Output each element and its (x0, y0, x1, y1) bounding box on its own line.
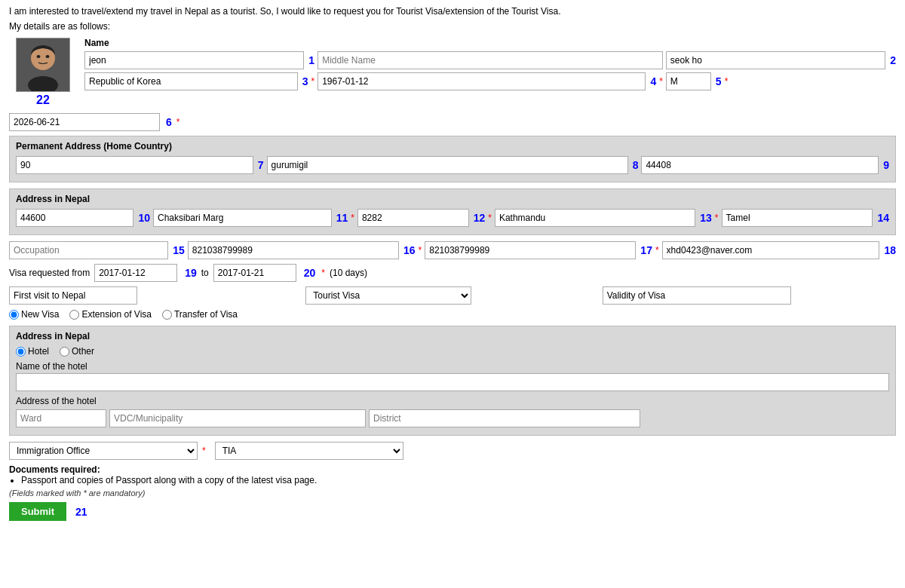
field-number-15: 15 (173, 244, 185, 256)
nationality-required: * (311, 76, 314, 87)
transfer-visa-radio[interactable] (162, 310, 172, 320)
middle-name-input[interactable] (318, 51, 663, 69)
field-number-10: 10 (138, 212, 150, 224)
expiry-required: * (176, 117, 180, 127)
other-label: Other (72, 346, 94, 357)
address-nepal2-title: Address in Nepal (16, 331, 889, 341)
extension-visa-radio-label[interactable]: Extension of Visa (69, 309, 152, 320)
first-name-input[interactable] (84, 51, 304, 69)
other-radio-label[interactable]: Other (60, 346, 94, 357)
field-number-18: 18 (884, 244, 896, 256)
hotel-address-label: Address of the hotel (16, 396, 889, 406)
photo-box (16, 38, 70, 92)
field-number-8: 8 (633, 159, 639, 171)
address-nepal-hotel-section: Address in Nepal Hotel Other Name of the… (9, 326, 896, 436)
hotel-name-input[interactable] (16, 373, 889, 391)
field-number-12: 12 (474, 212, 486, 224)
field-number-3: 3 (302, 75, 308, 87)
house-number-input[interactable] (16, 156, 253, 174)
photo-number: 22 (36, 93, 50, 107)
gender-input[interactable] (666, 72, 711, 90)
field-number-17: 17 (640, 244, 652, 256)
field-number-2: 2 (890, 54, 896, 66)
ward-input[interactable] (16, 409, 106, 427)
passport-expiry-input[interactable] (9, 113, 160, 131)
phone-required: * (419, 245, 422, 256)
new-visa-label: New Visa (21, 309, 59, 320)
svg-point-4 (46, 55, 50, 58)
nepal-city-input[interactable] (495, 209, 695, 227)
mobile-input[interactable] (425, 241, 636, 259)
hotel-radio-label[interactable]: Hotel (16, 346, 49, 357)
street-input[interactable] (267, 156, 628, 174)
tia-select[interactable]: TIA (215, 442, 403, 460)
field-number-4: 4 (650, 75, 656, 87)
immigration-office-select[interactable]: Immigration Office (9, 442, 198, 460)
vdc-input[interactable] (109, 409, 366, 427)
field-number-16: 16 (403, 244, 416, 256)
field-number-5: 5 (716, 75, 722, 87)
occupation-input[interactable] (9, 241, 168, 259)
permanent-address-section: Permanent Address (Home Country) 7 8 9 (9, 136, 896, 182)
district-input[interactable] (369, 409, 640, 427)
intro-line1: I am interested to travel/extend my trav… (9, 6, 896, 17)
hotel-label: Hotel (28, 346, 49, 357)
nepal-city-required: * (715, 213, 719, 223)
nepal-street-input[interactable] (153, 209, 332, 227)
first-visit-input[interactable] (9, 286, 137, 305)
name-label: Name (84, 38, 896, 48)
field-number-1: 1 (308, 54, 314, 66)
nepal-house-required: * (488, 213, 492, 223)
documents-title: Documents required: (9, 464, 896, 475)
hotel-name-label: Name of the hotel (16, 361, 889, 372)
nepal-house-input[interactable] (357, 209, 469, 227)
documents-section: Documents required: Passport and copies … (9, 464, 896, 485)
fields-note: (Fields marked with * are mandatory) (9, 488, 896, 498)
field-number-7: 7 (258, 159, 264, 171)
submit-button[interactable]: Submit (9, 502, 66, 521)
field-number-6: 6 (166, 116, 172, 128)
visa-to-required: * (321, 268, 325, 278)
transfer-visa-radio-label[interactable]: Transfer of Visa (162, 309, 238, 320)
field-number-9: 9 (883, 159, 889, 171)
mobile-required: * (655, 245, 659, 256)
phone-input[interactable] (188, 241, 399, 259)
postal-code-input[interactable] (641, 156, 879, 174)
field-number-13: 13 (700, 212, 712, 224)
nepal-postal-input[interactable] (16, 209, 133, 227)
visa-type-radio-row: New Visa Extension of Visa Transfer of V… (9, 309, 896, 320)
address-nepal-title: Address in Nepal (16, 194, 889, 204)
gender-required: * (725, 76, 729, 87)
visa-from-label: Visa requested from (9, 268, 90, 278)
field-number-20: 20 (304, 267, 316, 279)
field-number-19: 19 (185, 267, 197, 279)
hotel-radio[interactable] (16, 347, 26, 357)
field-number-11: 11 (336, 212, 348, 224)
permanent-address-title: Permanent Address (Home Country) (16, 141, 889, 152)
nepal-area-input[interactable] (722, 209, 873, 227)
svg-point-3 (37, 55, 41, 58)
new-visa-radio-label[interactable]: New Visa (9, 309, 59, 320)
visa-duration: (10 days) (330, 268, 367, 278)
nationality-input[interactable] (84, 72, 298, 90)
nepal-street-required: * (351, 213, 354, 223)
visa-type-select[interactable]: Tourist Visa (305, 286, 471, 305)
last-name-input[interactable] (666, 51, 885, 69)
visa-to-label: to (201, 268, 209, 278)
validity-input[interactable] (603, 286, 791, 305)
dob-required: * (659, 76, 663, 87)
my-details: My details are as follows: (9, 21, 896, 32)
field-number-21: 21 (75, 506, 87, 518)
address-nepal-section: Address in Nepal 10 11 * 12 * 13 * (9, 188, 896, 235)
transfer-visa-label: Transfer of Visa (174, 309, 238, 320)
extension-visa-label: Extension of Visa (81, 309, 152, 320)
visa-to-input[interactable] (213, 264, 296, 282)
email-input[interactable] (662, 241, 880, 259)
visa-from-input[interactable] (94, 264, 177, 282)
document-item-1: Passport and copies of Passport along wi… (21, 475, 896, 485)
new-visa-radio[interactable] (9, 310, 19, 320)
immigration-required: * (202, 446, 206, 456)
other-radio[interactable] (60, 347, 69, 357)
dob-input[interactable] (318, 72, 646, 90)
extension-visa-radio[interactable] (69, 310, 79, 320)
